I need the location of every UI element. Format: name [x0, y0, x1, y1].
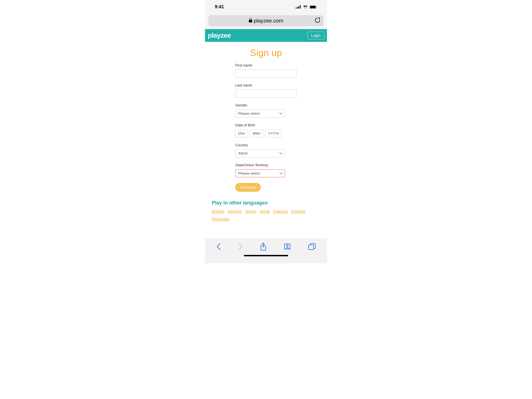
- last-name-label: Last name: [235, 83, 297, 87]
- chevron-down-icon: [243, 133, 245, 134]
- gender-select[interactable]: Please select: [235, 109, 285, 117]
- url-domain: playzee.com: [254, 18, 283, 24]
- svg-rect-1: [297, 7, 298, 9]
- dob-label: Date of Birth: [235, 123, 297, 127]
- last-name-input[interactable]: [235, 89, 297, 98]
- lang-link-suomi[interactable]: Suomi: [245, 209, 256, 214]
- svg-rect-6: [316, 6, 317, 8]
- country-value: INDIA: [238, 151, 248, 155]
- svg-rect-2: [298, 6, 299, 9]
- url-center: playzee.com: [212, 18, 320, 24]
- back-button[interactable]: [216, 243, 221, 250]
- wifi-icon: [303, 5, 308, 9]
- status-bar: 9:41: [205, 0, 327, 14]
- reload-icon[interactable]: [315, 17, 320, 24]
- lang-link-portugues[interactable]: Português: [212, 217, 229, 221]
- lock-icon: [249, 18, 252, 24]
- gender-group: Gender Please select: [235, 103, 297, 117]
- languages-list: English Deutsch Suomi Norsk Français Esp…: [212, 209, 320, 221]
- share-button[interactable]: [260, 242, 267, 251]
- svg-rect-5: [310, 6, 316, 8]
- chevron-down-icon: [279, 172, 283, 175]
- phone-frame: 9:41 playzee.com: [205, 0, 327, 263]
- languages-section: Play in other languages English Deutsch …: [205, 192, 327, 227]
- continue-button[interactable]: Continue: [235, 183, 261, 192]
- dob-group: Date of Birth DD MM YYYY: [235, 123, 297, 137]
- bookmarks-button[interactable]: [283, 243, 291, 250]
- login-button[interactable]: Login: [308, 32, 324, 39]
- lang-link-norsk[interactable]: Norsk: [260, 209, 270, 214]
- chevron-down-icon: [258, 133, 261, 134]
- country-group: Country INDIA: [235, 143, 297, 157]
- languages-title: Play in other languages: [212, 200, 320, 206]
- app-logo[interactable]: playzee: [208, 32, 231, 39]
- first-name-group: First name: [235, 63, 297, 78]
- url-bar[interactable]: playzee.com: [208, 15, 324, 26]
- url-bar-container: playzee.com: [205, 14, 327, 29]
- dob-row: DD MM YYYY: [235, 129, 297, 137]
- state-group: State/Union Territory Please select: [235, 163, 297, 177]
- state-label: State/Union Territory: [235, 163, 297, 167]
- country-select[interactable]: INDIA: [235, 149, 285, 157]
- toolbar-row: [205, 238, 327, 255]
- svg-rect-7: [249, 20, 252, 22]
- state-select[interactable]: Please select: [235, 169, 285, 177]
- lang-link-deutsch[interactable]: Deutsch: [228, 209, 242, 214]
- tabs-button[interactable]: [308, 243, 316, 250]
- app-header: playzee Login: [205, 29, 327, 42]
- svg-rect-0: [296, 7, 296, 9]
- dob-month-select[interactable]: MM: [250, 129, 264, 137]
- state-value: Please select: [238, 171, 260, 175]
- first-name-input[interactable]: [235, 70, 297, 78]
- chevron-down-icon: [277, 133, 279, 134]
- status-icons: [296, 5, 317, 9]
- gender-value: Please select: [238, 111, 260, 116]
- svg-rect-3: [300, 5, 301, 9]
- country-label: Country: [235, 143, 297, 147]
- status-time: 9:41: [215, 4, 224, 10]
- signup-form: First name Last name Gender Please selec…: [235, 63, 297, 192]
- forward-button: [238, 243, 243, 250]
- dob-month-value: MM: [253, 131, 259, 135]
- last-name-group: Last name: [235, 83, 297, 98]
- chevron-down-icon: [279, 112, 283, 115]
- browser-toolbar: [205, 238, 327, 263]
- battery-icon: [310, 5, 317, 9]
- lang-link-espanol[interactable]: Español: [291, 209, 305, 214]
- home-indicator[interactable]: [244, 255, 288, 256]
- dob-day-select[interactable]: DD: [235, 129, 248, 137]
- lang-link-english[interactable]: English: [212, 209, 224, 214]
- lang-link-francais[interactable]: Français: [273, 209, 288, 214]
- page-content: Sign up First name Last name Gender Plea…: [205, 42, 327, 238]
- chevron-down-icon: [279, 152, 283, 155]
- dob-year-select[interactable]: YYYY: [265, 129, 282, 137]
- cellular-signal-icon: [296, 5, 301, 9]
- page-title: Sign up: [205, 47, 327, 58]
- svg-rect-9: [309, 245, 314, 250]
- first-name-label: First name: [235, 63, 297, 67]
- gender-label: Gender: [235, 103, 297, 107]
